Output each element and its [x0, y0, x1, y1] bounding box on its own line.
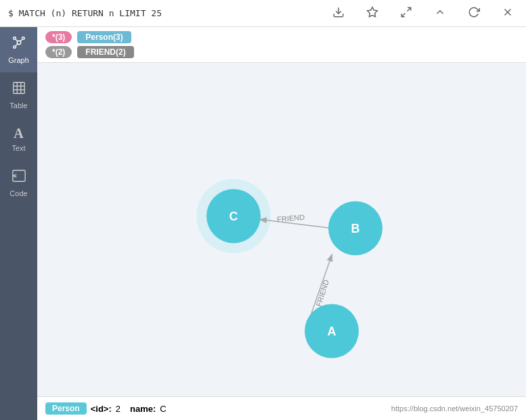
sidebar-item-text[interactable]: A Text [0, 118, 37, 160]
svg-rect-17 [12, 170, 24, 182]
status-bar: Person <id>: 2 name: C https://blog.csdn… [37, 396, 526, 420]
pin-button[interactable] [362, 5, 382, 22]
friend-label-badge[interactable]: FRIEND(2) [77, 46, 133, 58]
sidebar-item-table[interactable]: Table [0, 72, 37, 118]
svg-line-19 [12, 176, 16, 177]
status-id-value: 2 [116, 404, 120, 414]
text-icon: A [14, 126, 23, 141]
sidebar: Graph Table A Text [0, 27, 37, 420]
svg-point-7 [22, 37, 24, 40]
close-button[interactable] [498, 5, 518, 22]
status-type-badge: Person [45, 402, 87, 415]
node-count-badge[interactable]: *(3) [45, 31, 72, 43]
sidebar-item-code-label: Code [9, 189, 27, 197]
sidebar-item-graph[interactable]: Graph [0, 27, 37, 72]
svg-point-8 [13, 46, 16, 49]
svg-line-9 [16, 39, 18, 41]
graph-icon [12, 35, 26, 53]
svg-point-6 [13, 37, 16, 40]
node-b-label: B [351, 222, 360, 235]
graph-area[interactable]: FRIEND FRIEND C B A [37, 63, 526, 396]
top-bar: $ MATCH (n) RETURN n LIMIT 25 [0, 0, 526, 27]
status-url: https://blog.csdn.net/weixin_45750207 [391, 404, 518, 413]
status-id-label: <id>: [91, 404, 112, 414]
table-icon [12, 80, 26, 99]
code-icon [12, 168, 26, 187]
edge-label-bc: FRIEND [277, 213, 305, 224]
chevron-up-button[interactable] [430, 5, 450, 22]
filter-row-1: *(3) Person(3) [45, 31, 518, 43]
content-area: *(3) Person(3) *(2) FRIEND(2) [37, 27, 526, 420]
filter-row-2: *(2) FRIEND(2) [45, 46, 518, 58]
download-button[interactable] [328, 5, 349, 22]
svg-line-2 [401, 13, 405, 16]
person-label-badge[interactable]: Person(3) [77, 31, 131, 43]
node-c-label: C [229, 210, 238, 223]
status-name-label: name: [130, 404, 156, 414]
graph-svg: FRIEND FRIEND C B A [37, 63, 526, 396]
query-text: $ MATCH (n) RETURN n LIMIT 25 [8, 8, 162, 18]
status-info: Person <id>: 2 name: C [45, 402, 167, 415]
expand-button[interactable] [396, 5, 416, 22]
svg-rect-12 [13, 83, 24, 94]
sidebar-item-table-label: Table [9, 101, 27, 110]
svg-line-11 [16, 44, 18, 46]
node-a-label: A [328, 325, 336, 338]
edge-count-badge[interactable]: *(2) [45, 46, 72, 58]
top-actions [328, 5, 518, 22]
sidebar-item-text-label: Text [12, 144, 25, 152]
edge-label-ab: FRIEND [314, 279, 330, 308]
sidebar-item-code[interactable]: Code [0, 160, 37, 206]
refresh-button[interactable] [464, 5, 484, 22]
svg-line-10 [20, 39, 22, 41]
status-name-value: C [160, 404, 166, 414]
svg-line-1 [408, 7, 411, 11]
sidebar-item-graph-label: Graph [8, 56, 29, 64]
filter-bar: *(3) Person(3) *(2) FRIEND(2) [37, 27, 526, 63]
main-layout: Graph Table A Text [0, 27, 526, 420]
